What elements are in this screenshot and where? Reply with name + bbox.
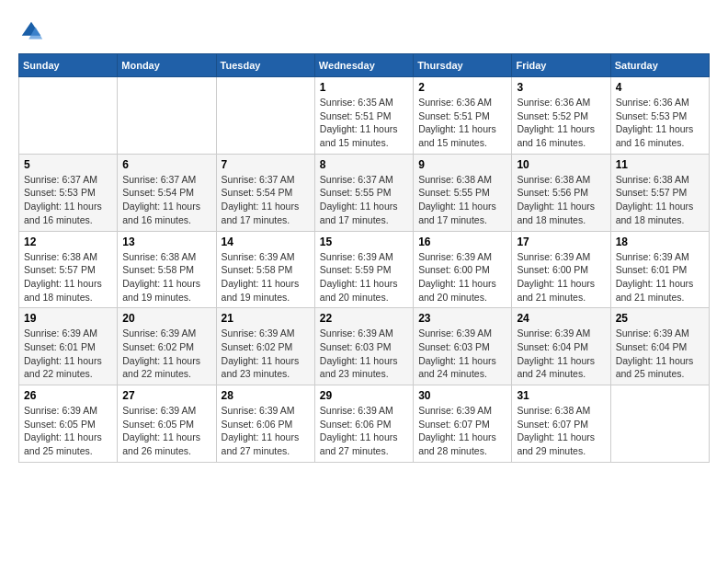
day-info: Sunrise: 6:38 AM Sunset: 5:57 PM Dayligh… [24, 250, 112, 304]
day-number: 22 [320, 312, 408, 325]
calendar-day-cell: 18Sunrise: 6:39 AM Sunset: 6:01 PM Dayli… [610, 231, 709, 308]
day-info: Sunrise: 6:38 AM Sunset: 5:58 PM Dayligh… [122, 250, 210, 304]
calendar-empty-cell [216, 77, 314, 155]
calendar-day-cell: 12Sunrise: 6:38 AM Sunset: 5:57 PM Dayli… [19, 231, 118, 308]
calendar-day-cell: 6Sunrise: 6:37 AM Sunset: 5:54 PM Daylig… [118, 154, 216, 231]
calendar-header-saturday: Saturday [610, 54, 709, 77]
calendar-week-row: 19Sunrise: 6:39 AM Sunset: 6:01 PM Dayli… [19, 308, 710, 385]
day-info: Sunrise: 6:38 AM Sunset: 6:07 PM Dayligh… [517, 404, 605, 458]
calendar-day-cell: 21Sunrise: 6:39 AM Sunset: 6:02 PM Dayli… [216, 308, 314, 385]
day-info: Sunrise: 6:39 AM Sunset: 5:58 PM Dayligh… [222, 250, 310, 304]
day-info: Sunrise: 6:35 AM Sunset: 5:51 PM Dayligh… [320, 96, 408, 150]
day-info: Sunrise: 6:39 AM Sunset: 6:05 PM Dayligh… [122, 404, 210, 458]
calendar-day-cell: 14Sunrise: 6:39 AM Sunset: 5:58 PM Dayli… [216, 231, 314, 308]
calendar-week-row: 1Sunrise: 6:35 AM Sunset: 5:51 PM Daylig… [19, 77, 710, 155]
day-info: Sunrise: 6:39 AM Sunset: 6:04 PM Dayligh… [517, 327, 605, 381]
calendar-day-cell: 15Sunrise: 6:39 AM Sunset: 5:59 PM Dayli… [314, 231, 413, 308]
logo-icon [18, 18, 44, 44]
calendar-day-cell: 13Sunrise: 6:38 AM Sunset: 5:58 PM Dayli… [118, 231, 216, 308]
day-number: 7 [222, 158, 310, 171]
day-number: 20 [122, 312, 210, 325]
day-info: Sunrise: 6:39 AM Sunset: 6:06 PM Dayligh… [320, 404, 408, 458]
calendar-day-cell: 28Sunrise: 6:39 AM Sunset: 6:06 PM Dayli… [216, 385, 314, 463]
calendar-day-cell: 23Sunrise: 6:39 AM Sunset: 6:03 PM Dayli… [414, 308, 512, 385]
calendar-day-cell: 4Sunrise: 6:36 AM Sunset: 5:53 PM Daylig… [610, 77, 709, 155]
day-info: Sunrise: 6:38 AM Sunset: 5:56 PM Dayligh… [517, 173, 605, 227]
day-info: Sunrise: 6:39 AM Sunset: 6:04 PM Dayligh… [616, 327, 704, 381]
calendar-header-wednesday: Wednesday [314, 54, 413, 77]
day-info: Sunrise: 6:36 AM Sunset: 5:53 PM Dayligh… [616, 96, 704, 150]
day-info: Sunrise: 6:38 AM Sunset: 5:57 PM Dayligh… [616, 173, 704, 227]
calendar-day-cell: 17Sunrise: 6:39 AM Sunset: 6:00 PM Dayli… [512, 231, 610, 308]
day-info: Sunrise: 6:39 AM Sunset: 6:05 PM Dayligh… [24, 404, 112, 458]
day-number: 12 [24, 236, 112, 248]
day-number: 8 [320, 158, 408, 171]
day-number: 4 [616, 81, 704, 94]
calendar-day-cell: 30Sunrise: 6:39 AM Sunset: 6:07 PM Dayli… [414, 385, 512, 463]
calendar-header-row: SundayMondayTuesdayWednesdayThursdayFrid… [19, 54, 710, 77]
day-info: Sunrise: 6:37 AM Sunset: 5:55 PM Dayligh… [320, 173, 408, 227]
day-info: Sunrise: 6:39 AM Sunset: 6:01 PM Dayligh… [616, 250, 704, 304]
day-number: 1 [320, 81, 408, 94]
day-number: 15 [320, 236, 408, 248]
day-info: Sunrise: 6:39 AM Sunset: 6:01 PM Dayligh… [24, 327, 112, 381]
day-info: Sunrise: 6:39 AM Sunset: 6:00 PM Dayligh… [517, 250, 605, 304]
day-number: 2 [418, 81, 506, 94]
day-number: 30 [418, 389, 506, 402]
day-number: 18 [616, 236, 704, 248]
calendar-day-cell: 29Sunrise: 6:39 AM Sunset: 6:06 PM Dayli… [314, 385, 413, 463]
calendar-day-cell: 26Sunrise: 6:39 AM Sunset: 6:05 PM Dayli… [19, 385, 118, 463]
day-number: 17 [517, 236, 605, 248]
calendar-day-cell: 20Sunrise: 6:39 AM Sunset: 6:02 PM Dayli… [118, 308, 216, 385]
day-number: 16 [418, 236, 506, 248]
calendar-day-cell: 27Sunrise: 6:39 AM Sunset: 6:05 PM Dayli… [118, 385, 216, 463]
calendar-header-sunday: Sunday [19, 54, 118, 77]
calendar-day-cell: 10Sunrise: 6:38 AM Sunset: 5:56 PM Dayli… [512, 154, 610, 231]
calendar-day-cell: 11Sunrise: 6:38 AM Sunset: 5:57 PM Dayli… [610, 154, 709, 231]
day-info: Sunrise: 6:38 AM Sunset: 5:55 PM Dayligh… [418, 173, 506, 227]
day-info: Sunrise: 6:39 AM Sunset: 6:02 PM Dayligh… [122, 327, 210, 381]
day-number: 27 [122, 389, 210, 402]
calendar-empty-cell [118, 77, 216, 155]
calendar-day-cell: 8Sunrise: 6:37 AM Sunset: 5:55 PM Daylig… [314, 154, 413, 231]
calendar-day-cell: 3Sunrise: 6:36 AM Sunset: 5:52 PM Daylig… [512, 77, 610, 155]
calendar-day-cell: 31Sunrise: 6:38 AM Sunset: 6:07 PM Dayli… [512, 385, 610, 463]
day-number: 25 [616, 312, 704, 325]
calendar-table: SundayMondayTuesdayWednesdayThursdayFrid… [18, 53, 710, 463]
day-number: 31 [517, 389, 605, 402]
day-info: Sunrise: 6:36 AM Sunset: 5:52 PM Dayligh… [517, 96, 605, 150]
day-number: 14 [222, 236, 310, 248]
calendar-day-cell: 5Sunrise: 6:37 AM Sunset: 5:53 PM Daylig… [19, 154, 118, 231]
day-info: Sunrise: 6:37 AM Sunset: 5:54 PM Dayligh… [122, 173, 210, 227]
calendar-day-cell: 9Sunrise: 6:38 AM Sunset: 5:55 PM Daylig… [414, 154, 512, 231]
calendar-day-cell: 25Sunrise: 6:39 AM Sunset: 6:04 PM Dayli… [610, 308, 709, 385]
day-info: Sunrise: 6:39 AM Sunset: 6:03 PM Dayligh… [418, 327, 506, 381]
day-number: 6 [122, 158, 210, 171]
day-number: 9 [418, 158, 506, 171]
day-info: Sunrise: 6:39 AM Sunset: 6:00 PM Dayligh… [418, 250, 506, 304]
calendar-day-cell: 22Sunrise: 6:39 AM Sunset: 6:03 PM Dayli… [314, 308, 413, 385]
day-info: Sunrise: 6:39 AM Sunset: 6:03 PM Dayligh… [320, 327, 408, 381]
calendar-day-cell: 7Sunrise: 6:37 AM Sunset: 5:54 PM Daylig… [216, 154, 314, 231]
day-number: 11 [616, 158, 704, 171]
day-number: 3 [517, 81, 605, 94]
day-info: Sunrise: 6:39 AM Sunset: 5:59 PM Dayligh… [320, 250, 408, 304]
calendar-week-row: 12Sunrise: 6:38 AM Sunset: 5:57 PM Dayli… [19, 231, 710, 308]
calendar-empty-cell [19, 77, 118, 155]
day-info: Sunrise: 6:39 AM Sunset: 6:06 PM Dayligh… [222, 404, 310, 458]
day-number: 21 [222, 312, 310, 325]
day-info: Sunrise: 6:39 AM Sunset: 6:02 PM Dayligh… [222, 327, 310, 381]
day-number: 26 [24, 389, 112, 402]
day-info: Sunrise: 6:37 AM Sunset: 5:54 PM Dayligh… [222, 173, 310, 227]
day-number: 23 [418, 312, 506, 325]
day-number: 10 [517, 158, 605, 171]
day-number: 5 [24, 158, 112, 171]
day-number: 24 [517, 312, 605, 325]
calendar-header-tuesday: Tuesday [216, 54, 314, 77]
day-number: 13 [122, 236, 210, 248]
calendar-empty-cell [610, 385, 709, 463]
day-info: Sunrise: 6:39 AM Sunset: 6:07 PM Dayligh… [418, 404, 506, 458]
calendar-week-row: 26Sunrise: 6:39 AM Sunset: 6:05 PM Dayli… [19, 385, 710, 463]
calendar-day-cell: 24Sunrise: 6:39 AM Sunset: 6:04 PM Dayli… [512, 308, 610, 385]
day-number: 28 [222, 389, 310, 402]
